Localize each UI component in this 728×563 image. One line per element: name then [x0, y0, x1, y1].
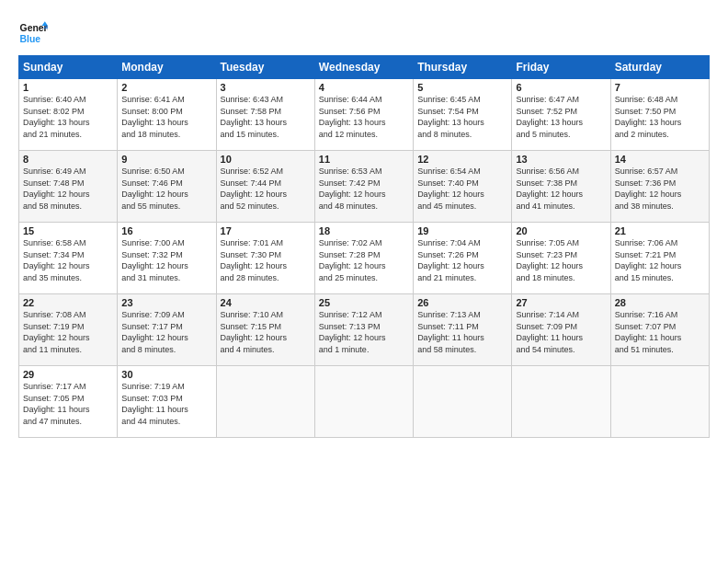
day-info: Sunrise: 6:48 AM Sunset: 7:50 PM Dayligh… [615, 94, 705, 140]
day-info: Sunrise: 7:12 AM Sunset: 7:13 PM Dayligh… [319, 309, 409, 355]
day-info: Sunrise: 6:52 AM Sunset: 7:44 PM Dayligh… [221, 166, 311, 212]
day-number: 3 [221, 82, 311, 93]
day-number: 8 [23, 154, 113, 165]
calendar-cell: 19Sunrise: 7:04 AM Sunset: 7:26 PM Dayli… [414, 223, 512, 294]
calendar-cell: 17Sunrise: 7:01 AM Sunset: 7:30 PM Dayli… [216, 223, 314, 294]
day-number: 23 [121, 297, 211, 308]
day-number: 27 [516, 297, 606, 308]
day-number: 4 [319, 82, 409, 93]
day-info: Sunrise: 6:56 AM Sunset: 7:38 PM Dayligh… [516, 166, 606, 212]
calendar-cell: 30Sunrise: 7:19 AM Sunset: 7:03 PM Dayli… [118, 366, 216, 438]
day-info: Sunrise: 7:06 AM Sunset: 7:21 PM Dayligh… [615, 237, 705, 283]
day-info: Sunrise: 6:53 AM Sunset: 7:42 PM Dayligh… [319, 166, 409, 212]
weekday-header-saturday: Saturday [610, 56, 709, 79]
day-info: Sunrise: 7:04 AM Sunset: 7:26 PM Dayligh… [417, 237, 507, 283]
day-info: Sunrise: 7:09 AM Sunset: 7:17 PM Dayligh… [121, 309, 211, 355]
day-info: Sunrise: 7:13 AM Sunset: 7:11 PM Dayligh… [417, 309, 507, 355]
day-info: Sunrise: 7:01 AM Sunset: 7:30 PM Dayligh… [221, 237, 311, 283]
weekday-header-monday: Monday [118, 56, 216, 79]
calendar-cell: 7Sunrise: 6:48 AM Sunset: 7:50 PM Daylig… [610, 79, 709, 151]
day-number: 16 [121, 225, 211, 236]
day-info: Sunrise: 6:45 AM Sunset: 7:54 PM Dayligh… [417, 94, 507, 140]
weekday-header-sunday: Sunday [19, 56, 118, 79]
day-number: 12 [417, 154, 507, 165]
day-info: Sunrise: 7:08 AM Sunset: 7:19 PM Dayligh… [23, 309, 113, 355]
day-number: 19 [417, 225, 507, 236]
logo-icon: General Blue [18, 18, 48, 48]
day-number: 21 [615, 225, 705, 236]
day-number: 2 [121, 82, 211, 93]
calendar-cell: 12Sunrise: 6:54 AM Sunset: 7:40 PM Dayli… [414, 151, 512, 223]
weekday-header-thursday: Thursday [414, 56, 512, 79]
calendar-cell: 29Sunrise: 7:17 AM Sunset: 7:05 PM Dayli… [19, 366, 118, 438]
day-number: 22 [23, 297, 113, 308]
calendar-cell: 16Sunrise: 7:00 AM Sunset: 7:32 PM Dayli… [118, 223, 216, 294]
day-number: 26 [417, 297, 507, 308]
day-number: 10 [221, 154, 311, 165]
day-info: Sunrise: 6:49 AM Sunset: 7:48 PM Dayligh… [23, 166, 113, 212]
day-number: 7 [615, 82, 705, 93]
day-number: 14 [615, 154, 705, 165]
calendar-cell: 3Sunrise: 6:43 AM Sunset: 7:58 PM Daylig… [216, 79, 314, 151]
svg-text:Blue: Blue [20, 34, 41, 44]
calendar-cell [216, 366, 314, 438]
day-number: 29 [23, 369, 113, 380]
day-info: Sunrise: 7:02 AM Sunset: 7:28 PM Dayligh… [319, 237, 409, 283]
day-info: Sunrise: 6:54 AM Sunset: 7:40 PM Dayligh… [417, 166, 507, 212]
day-number: 28 [615, 297, 705, 308]
day-info: Sunrise: 7:16 AM Sunset: 7:07 PM Dayligh… [615, 309, 705, 355]
day-info: Sunrise: 6:47 AM Sunset: 7:52 PM Dayligh… [516, 94, 606, 140]
calendar-cell: 27Sunrise: 7:14 AM Sunset: 7:09 PM Dayli… [512, 294, 610, 366]
day-number: 15 [23, 225, 113, 236]
day-info: Sunrise: 6:41 AM Sunset: 8:00 PM Dayligh… [121, 94, 211, 140]
day-info: Sunrise: 7:05 AM Sunset: 7:23 PM Dayligh… [516, 237, 606, 283]
day-info: Sunrise: 7:17 AM Sunset: 7:05 PM Dayligh… [23, 381, 113, 427]
calendar-cell: 25Sunrise: 7:12 AM Sunset: 7:13 PM Dayli… [314, 294, 413, 366]
calendar-cell: 8Sunrise: 6:49 AM Sunset: 7:48 PM Daylig… [19, 151, 118, 223]
day-number: 18 [319, 225, 409, 236]
calendar-cell: 22Sunrise: 7:08 AM Sunset: 7:19 PM Dayli… [19, 294, 118, 366]
day-info: Sunrise: 6:50 AM Sunset: 7:46 PM Dayligh… [121, 166, 211, 212]
calendar-cell [610, 366, 709, 438]
header: General Blue [18, 15, 710, 48]
day-number: 30 [121, 369, 211, 380]
calendar-cell: 28Sunrise: 7:16 AM Sunset: 7:07 PM Dayli… [610, 294, 709, 366]
day-number: 5 [417, 82, 507, 93]
day-number: 9 [121, 154, 211, 165]
calendar-cell: 24Sunrise: 7:10 AM Sunset: 7:15 PM Dayli… [216, 294, 314, 366]
weekday-header-friday: Friday [512, 56, 610, 79]
calendar-cell: 11Sunrise: 6:53 AM Sunset: 7:42 PM Dayli… [314, 151, 413, 223]
weekday-header-wednesday: Wednesday [314, 56, 413, 79]
day-info: Sunrise: 6:57 AM Sunset: 7:36 PM Dayligh… [615, 166, 705, 212]
day-info: Sunrise: 6:44 AM Sunset: 7:56 PM Dayligh… [319, 94, 409, 140]
calendar-cell: 5Sunrise: 6:45 AM Sunset: 7:54 PM Daylig… [414, 79, 512, 151]
day-info: Sunrise: 6:58 AM Sunset: 7:34 PM Dayligh… [23, 237, 113, 283]
day-number: 25 [319, 297, 409, 308]
calendar-cell: 10Sunrise: 6:52 AM Sunset: 7:44 PM Dayli… [216, 151, 314, 223]
calendar-cell: 20Sunrise: 7:05 AM Sunset: 7:23 PM Dayli… [512, 223, 610, 294]
calendar-cell: 13Sunrise: 6:56 AM Sunset: 7:38 PM Dayli… [512, 151, 610, 223]
day-number: 1 [23, 82, 113, 93]
calendar-cell: 2Sunrise: 6:41 AM Sunset: 8:00 PM Daylig… [118, 79, 216, 151]
day-number: 17 [221, 225, 311, 236]
calendar-cell: 15Sunrise: 6:58 AM Sunset: 7:34 PM Dayli… [19, 223, 118, 294]
day-number: 24 [221, 297, 311, 308]
calendar-cell: 9Sunrise: 6:50 AM Sunset: 7:46 PM Daylig… [118, 151, 216, 223]
day-info: Sunrise: 7:14 AM Sunset: 7:09 PM Dayligh… [516, 309, 606, 355]
calendar-cell: 4Sunrise: 6:44 AM Sunset: 7:56 PM Daylig… [314, 79, 413, 151]
calendar: SundayMondayTuesdayWednesdayThursdayFrid… [18, 55, 710, 438]
calendar-cell: 1Sunrise: 6:40 AM Sunset: 8:02 PM Daylig… [19, 79, 118, 151]
calendar-cell: 14Sunrise: 6:57 AM Sunset: 7:36 PM Dayli… [610, 151, 709, 223]
day-number: 11 [319, 154, 409, 165]
calendar-cell: 6Sunrise: 6:47 AM Sunset: 7:52 PM Daylig… [512, 79, 610, 151]
day-number: 20 [516, 225, 606, 236]
day-info: Sunrise: 7:10 AM Sunset: 7:15 PM Dayligh… [221, 309, 311, 355]
calendar-cell: 26Sunrise: 7:13 AM Sunset: 7:11 PM Dayli… [414, 294, 512, 366]
calendar-cell: 23Sunrise: 7:09 AM Sunset: 7:17 PM Dayli… [118, 294, 216, 366]
calendar-cell: 18Sunrise: 7:02 AM Sunset: 7:28 PM Dayli… [314, 223, 413, 294]
calendar-cell: 21Sunrise: 7:06 AM Sunset: 7:21 PM Dayli… [610, 223, 709, 294]
logo: General Blue [18, 18, 48, 48]
day-info: Sunrise: 7:00 AM Sunset: 7:32 PM Dayligh… [121, 237, 211, 283]
page: General Blue SundayMondayTuesdayWednesda… [0, 0, 728, 563]
weekday-header-tuesday: Tuesday [216, 56, 314, 79]
